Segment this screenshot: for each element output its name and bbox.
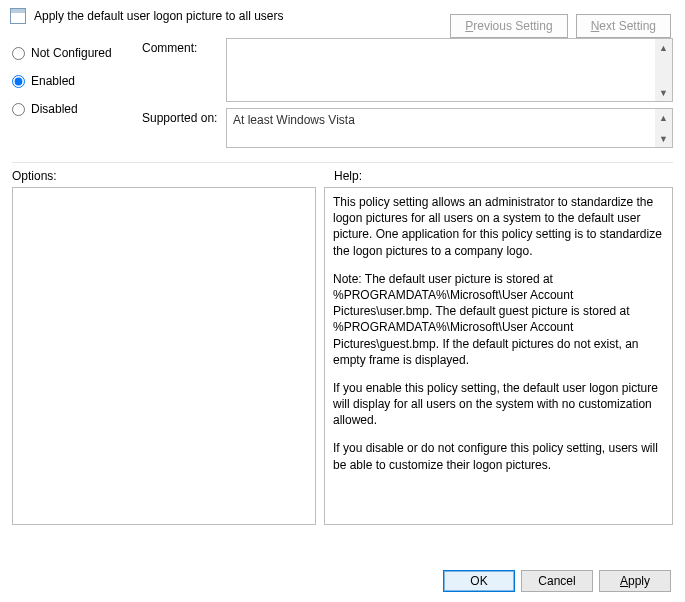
comment-label: Comment: <box>142 38 226 102</box>
supported-on-label: Supported on: <box>142 108 226 148</box>
help-paragraph: This policy setting allows an administra… <box>333 194 664 259</box>
previous-setting-button[interactable]: Previous Setting <box>450 14 567 38</box>
scrollbar[interactable]: ▲ ▼ <box>655 39 672 101</box>
help-paragraph: Note: The default user picture is stored… <box>333 271 664 368</box>
supported-on-value: At least Windows Vista <box>233 113 355 127</box>
help-pane: This policy setting allows an administra… <box>324 187 673 525</box>
supported-on-field: At least Windows Vista ▲ ▼ <box>226 108 673 148</box>
ok-button[interactable]: OK <box>443 570 515 592</box>
options-pane <box>12 187 316 525</box>
scroll-down-icon[interactable]: ▼ <box>655 84 672 101</box>
radio-disabled[interactable]: Disabled <box>12 98 134 120</box>
comment-textarea[interactable]: ▲ ▼ <box>226 38 673 102</box>
scroll-down-icon[interactable]: ▼ <box>655 130 672 147</box>
options-label: Options: <box>12 169 334 183</box>
scroll-up-icon[interactable]: ▲ <box>655 39 672 56</box>
state-radio-group: Not Configured Enabled Disabled <box>12 38 134 154</box>
help-label: Help: <box>334 169 362 183</box>
scrollbar[interactable]: ▲ ▼ <box>655 109 672 147</box>
scroll-up-icon[interactable]: ▲ <box>655 109 672 126</box>
radio-enabled[interactable]: Enabled <box>12 70 134 92</box>
policy-icon <box>10 8 26 24</box>
help-paragraph: If you disable or do not configure this … <box>333 440 664 472</box>
next-setting-button[interactable]: Next Setting <box>576 14 671 38</box>
apply-button[interactable]: Apply <box>599 570 671 592</box>
cancel-button[interactable]: Cancel <box>521 570 593 592</box>
page-title: Apply the default user logon picture to … <box>34 9 283 23</box>
help-paragraph: If you enable this policy setting, the d… <box>333 380 664 429</box>
radio-not-configured[interactable]: Not Configured <box>12 42 134 64</box>
